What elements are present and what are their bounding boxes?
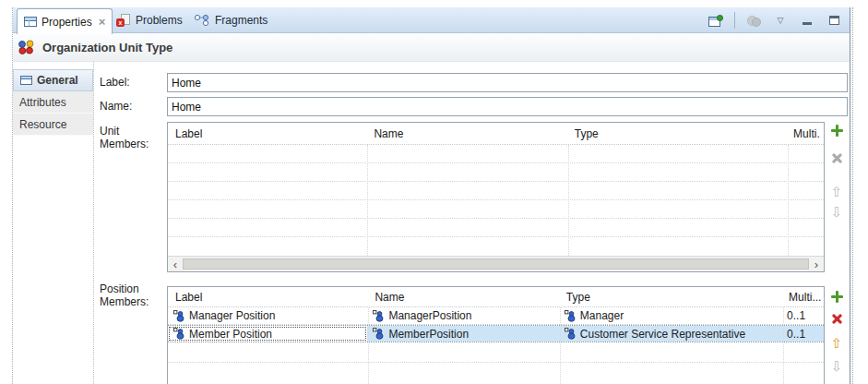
sidebar-item-label: General [37, 74, 78, 87]
pin-view-button[interactable] [707, 12, 724, 29]
plus-icon [831, 291, 843, 303]
position-members-header: Label Name Type Multi... [168, 287, 824, 307]
organization-unit-type-icon [17, 40, 36, 55]
page-title: Organization Unit Type [42, 41, 172, 54]
view-menu-button[interactable]: ▽ [772, 12, 789, 29]
arrow-down-icon: ⇩ [831, 359, 843, 373]
name-input[interactable] [167, 97, 848, 116]
delete-position-member-button[interactable] [828, 310, 845, 327]
properties-icon [24, 17, 37, 27]
sidebar-item-general[interactable]: General [13, 69, 93, 91]
scrollbar-thumb[interactable] [183, 258, 809, 270]
move-up-unit-member-button[interactable]: ⇧ [828, 183, 845, 199]
move-down-unit-member-button[interactable]: ⇩ [828, 203, 845, 220]
arrow-up-icon: ⇧ [831, 336, 843, 350]
sidebar-item-label: Resource [19, 118, 66, 131]
pin-icon [708, 15, 723, 27]
empty-row [168, 363, 824, 383]
column-header-label[interactable]: Label [168, 291, 367, 304]
table-row-member-position[interactable]: Member Position MemberPosition [168, 325, 824, 342]
column-guide [368, 307, 369, 384]
tab-fragments-label: Fragments [215, 14, 268, 27]
empty-row [168, 200, 824, 219]
properties-view: Properties × x Problems Fragments [12, 7, 850, 384]
name-field-label: Name: [100, 100, 132, 113]
empty-row [168, 163, 824, 182]
position-icon [565, 328, 577, 340]
cell-multiplicity[interactable]: 0..1 [781, 326, 824, 342]
move-down-position-member-button[interactable]: ⇩ [828, 357, 845, 374]
label-input[interactable] [167, 73, 848, 92]
fragments-icon [194, 14, 210, 28]
sidebar-separator [93, 62, 94, 384]
form-header: Organization Unit Type [13, 33, 850, 62]
cell-name[interactable]: ManagerPosition [367, 307, 558, 324]
column-header-type[interactable]: Type [559, 291, 781, 304]
empty-row [168, 182, 824, 200]
unit-members-table[interactable]: Label Name Type Multi. ‹ › [167, 122, 825, 272]
column-header-multiplicity[interactable]: Multi... [781, 291, 824, 304]
column-header-name[interactable]: Name [366, 127, 566, 140]
problems-icon: x [116, 14, 131, 27]
position-members-label: Position Members: [100, 282, 161, 308]
tab-problems[interactable]: x Problems [111, 7, 188, 33]
cell-type[interactable]: Manager [559, 307, 781, 324]
column-header-type[interactable]: Type [567, 127, 786, 140]
section-sidebar: General Attributes Resource [13, 69, 93, 136]
label-field-label: Label: [100, 76, 130, 89]
delete-unit-member-button[interactable] [828, 150, 845, 166]
scroll-left-icon[interactable]: ‹ [168, 257, 183, 271]
cell-text: Member Position [189, 328, 272, 341]
add-position-member-button[interactable] [828, 288, 845, 305]
screenshot-canvas: Properties × x Problems Fragments [0, 0, 868, 384]
position-icon [373, 310, 385, 322]
empty-row [168, 219, 824, 237]
cell-text: MemberPosition [388, 328, 469, 341]
sidebar-item-resource[interactable]: Resource [13, 114, 93, 136]
view-tab-bar: Properties × x Problems Fragments [13, 7, 850, 33]
column-header-label[interactable]: Label [168, 127, 366, 140]
sidebar-item-label: Attributes [19, 96, 66, 109]
unit-members-header: Label Name Type Multi. [168, 123, 824, 145]
tab-properties[interactable]: Properties × [17, 8, 113, 34]
general-tab-icon [20, 76, 32, 85]
column-header-multiplicity[interactable]: Multi. [786, 127, 824, 140]
column-guide [783, 307, 784, 384]
empty-row [168, 237, 824, 256]
column-guide [560, 307, 561, 384]
tab-properties-label: Properties [42, 16, 92, 29]
cell-text: 0..1 [787, 309, 805, 322]
link-editor-button[interactable] [745, 12, 762, 29]
position-members-buttons: ⇧ ⇩ [828, 288, 847, 374]
outer-frame-line [852, 7, 853, 384]
empty-row [168, 342, 824, 363]
cell-text: 0..1 [787, 328, 805, 341]
cell-label[interactable]: Manager Position [168, 307, 367, 324]
plus-icon [831, 125, 843, 137]
cell-type[interactable]: Customer Service Representative [559, 326, 781, 342]
close-icon[interactable]: × [99, 16, 106, 28]
minimize-button[interactable] [799, 12, 815, 29]
move-up-position-member-button[interactable]: ⇧ [828, 334, 845, 351]
horizontal-scrollbar[interactable]: ‹ › [168, 256, 824, 271]
cell-text: Manager [580, 309, 624, 322]
position-icon [565, 310, 577, 322]
add-unit-member-button[interactable] [828, 122, 845, 138]
maximize-button[interactable] [826, 12, 842, 29]
maximize-icon [829, 16, 839, 25]
link-editor-icon [746, 15, 761, 27]
cell-name[interactable]: MemberPosition [367, 326, 558, 342]
position-members-table[interactable]: Label Name Type Multi... [167, 286, 825, 384]
cell-multiplicity[interactable]: 0..1 [781, 307, 824, 324]
table-row-manager-position[interactable]: Manager Position ManagerPosition [168, 307, 824, 325]
scroll-right-icon[interactable]: › [809, 257, 824, 271]
column-guide [788, 145, 789, 256]
position-icon [173, 310, 185, 322]
sidebar-item-attributes[interactable]: Attributes [13, 91, 93, 114]
position-icon [373, 328, 385, 340]
tab-problems-label: Problems [136, 14, 183, 27]
tab-fragments[interactable]: Fragments [188, 7, 273, 33]
arrow-down-icon: ⇩ [831, 205, 843, 219]
column-header-name[interactable]: Name [367, 291, 558, 304]
cell-label[interactable]: Member Position [168, 326, 367, 342]
